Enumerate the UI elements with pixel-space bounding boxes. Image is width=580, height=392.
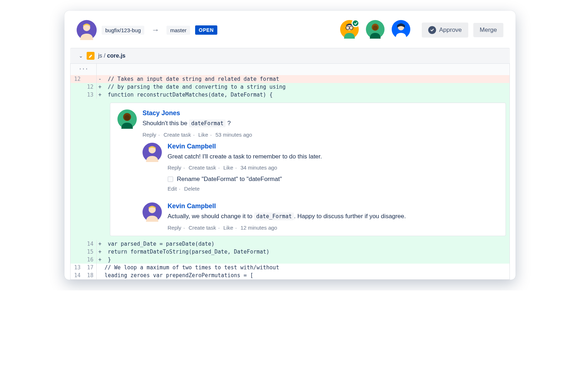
create-task-link[interactable]: Create task (189, 225, 216, 231)
comment: Kevin Campbell Actually, we should chang… (142, 202, 498, 231)
diff-line[interactable]: 12- // Takes an input date string and re… (71, 75, 509, 83)
diff-marker (97, 264, 103, 271)
old-line-number (71, 83, 83, 91)
comment-actions: Reply· Create task· Like· 12 minutes ago (168, 225, 498, 231)
source-branch-chip[interactable]: bugfix/123-bug (102, 26, 144, 35)
diff-line[interactable]: 1317// We loop a maximum of two times to… (71, 264, 509, 271)
status-badge: OPEN (195, 25, 217, 35)
reviewer-3[interactable] (392, 20, 410, 40)
reply-link[interactable]: Reply (168, 165, 181, 171)
code-content: function reconstructDateMatches(date, Da… (103, 91, 509, 99)
pr-header: bugfix/123-bug → master OPEN (64, 11, 516, 48)
old-line-number (71, 91, 83, 99)
inline-comment-thread: Stacy Jones Shouldn't this be dateFormat… (110, 103, 506, 236)
code-content: // Takes an input date string and relate… (103, 75, 509, 83)
diff-line[interactable]: 16+ } (71, 256, 509, 264)
comment-text: Great catch! I'll create a task to remem… (168, 152, 498, 161)
code-content: var parsed_Date = parseDate(date) (103, 240, 509, 248)
modified-file-icon (87, 52, 95, 60)
task-checkbox[interactable] (168, 176, 173, 182)
comment-text: Actually, we should change it to date_Fo… (168, 212, 498, 221)
author-avatar[interactable] (77, 20, 97, 40)
arrow-icon: → (149, 25, 161, 35)
chevron-down-icon[interactable]: ⌄ (79, 53, 83, 59)
reviewers (340, 20, 410, 40)
file-header[interactable]: ⌄ js / core.js (70, 48, 510, 64)
svg-point-13 (125, 115, 130, 121)
comment-actions: Reply· Create task· Like· 34 minutes ago (168, 165, 498, 171)
hunk-row: ··· (71, 64, 509, 75)
commenter-avatar[interactable] (142, 202, 162, 222)
comment-text: Shouldn't this be dateFormat ? (142, 119, 498, 128)
create-task-link[interactable]: Create task (164, 132, 191, 138)
old-line-number (71, 256, 83, 264)
diff-marker: + (97, 83, 103, 91)
diff-marker (97, 271, 103, 279)
comment-author[interactable]: Kevin Campbell (168, 143, 498, 150)
old-line-number (71, 248, 83, 256)
diff-marker: + (97, 248, 103, 256)
like-link[interactable]: Like (223, 165, 233, 171)
commenter-avatar[interactable] (142, 143, 162, 162)
code-content: } (103, 256, 509, 264)
inline-code: date_Format (254, 212, 294, 220)
diff-view: ··· 12- // Takes an input date string an… (70, 64, 510, 280)
comment-actions: Reply· Create task· Like· 53 minutes ago (142, 132, 498, 138)
edit-link[interactable]: Edit (168, 186, 177, 192)
diff-line[interactable]: 14+ var parsed_Date = parseDate(date) (71, 240, 509, 248)
new-line-number: 12 (83, 83, 96, 91)
file-path: js / core.js (98, 53, 126, 59)
new-line-number: 18 (83, 271, 96, 279)
commenter-avatar[interactable] (117, 109, 137, 129)
merge-label: Merge (480, 26, 497, 34)
reply-link[interactable]: Reply (168, 225, 181, 231)
diff-line[interactable]: 13+ function reconstructDateMatches(date… (71, 91, 509, 99)
new-line-number: 13 (83, 91, 96, 99)
comment-timestamp: 53 minutes ago (216, 132, 252, 138)
diff-marker: + (97, 256, 103, 264)
new-line-number: 16 (83, 256, 96, 264)
old-line-number: 14 (71, 271, 83, 279)
comment-timestamp: 12 minutes ago (241, 225, 277, 231)
new-line-number: 15 (83, 248, 96, 256)
reviewer-2[interactable] (366, 20, 385, 40)
code-content: // We loop a maximum of two times to tes… (103, 264, 509, 271)
diff-line[interactable]: 12+ // by parsing the date and convertin… (71, 83, 509, 91)
comment-author[interactable]: Kevin Campbell (168, 202, 498, 210)
new-line-number: 14 (83, 240, 96, 248)
like-link[interactable]: Like (198, 132, 208, 138)
task-actions: Edit· Delete (168, 186, 498, 192)
approve-label: Approve (439, 26, 461, 34)
task-item[interactable]: Rename "DateFormat" to "dateFormat" (168, 176, 498, 183)
comment-author[interactable]: Stacy Jones (142, 109, 498, 117)
diff-marker: + (97, 240, 103, 248)
svg-point-8 (373, 25, 378, 30)
code-content: return formatDateToString(parsed_Date, D… (103, 248, 509, 256)
diff-line[interactable]: 1418leading zeroes var prependZeroPermut… (71, 271, 509, 279)
comment: Stacy Jones Shouldn't this be dateFormat… (117, 109, 498, 138)
check-circle-icon (428, 26, 436, 34)
diff-marker: - (97, 75, 103, 83)
old-line-number (71, 240, 83, 248)
inline-code: dateFormat (189, 119, 226, 127)
new-line-number: 17 (83, 264, 96, 271)
target-branch-chip[interactable]: master (166, 26, 190, 35)
code-content: // by parsing the date and converting to… (103, 83, 509, 91)
create-task-link[interactable]: Create task (189, 165, 216, 171)
ellipsis-icon[interactable]: ··· (71, 64, 96, 75)
diff-marker: + (97, 91, 103, 99)
new-line-number (83, 75, 96, 83)
task-text: Rename "DateFormat" to "dateFormat" (177, 176, 282, 183)
delete-link[interactable]: Delete (184, 186, 199, 192)
reviewer-1[interactable] (340, 20, 359, 40)
diff-line[interactable]: 15+ return formatDateToString(parsed_Dat… (71, 248, 509, 256)
comment-timestamp: 34 minutes ago (241, 165, 277, 171)
like-link[interactable]: Like (223, 225, 233, 231)
reply-link[interactable]: Reply (142, 132, 156, 138)
old-line-number: 13 (71, 264, 83, 271)
code-content: leading zeroes var prependZeroPermutatio… (103, 271, 509, 279)
pull-request-panel: bugfix/123-bug → master OPEN (64, 11, 516, 280)
merge-button[interactable]: Merge (473, 23, 503, 37)
old-line-number: 12 (71, 75, 83, 83)
approve-button[interactable]: Approve (422, 23, 468, 38)
